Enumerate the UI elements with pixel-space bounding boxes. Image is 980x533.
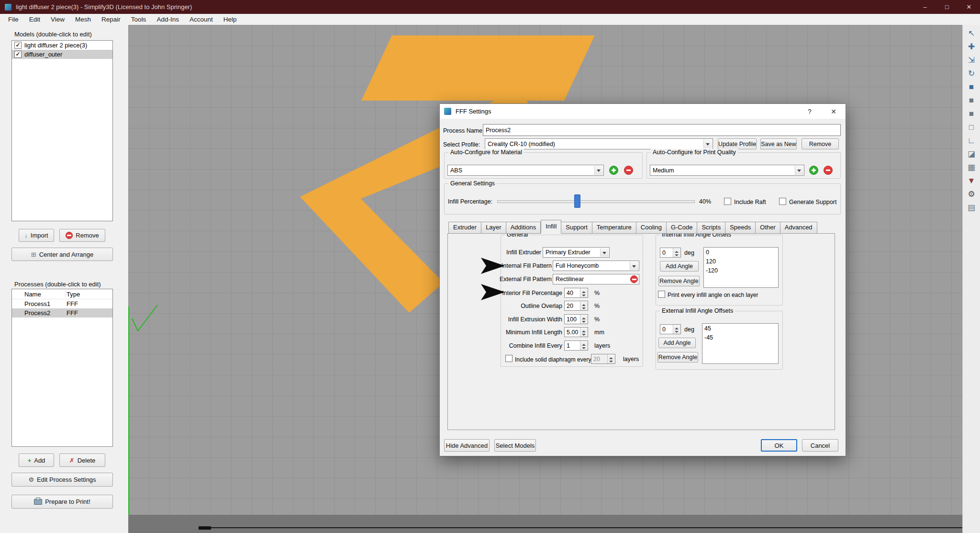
layer-preview-icon[interactable]: ▤ <box>968 203 975 212</box>
spinner-arrows-icon[interactable] <box>673 325 680 334</box>
mesh-view-icon[interactable]: ▦ <box>968 163 975 172</box>
remove-internal-angle-button[interactable]: Remove Angle <box>658 276 700 286</box>
spinner-arrows-icon[interactable] <box>580 328 588 337</box>
tab-support[interactable]: Support <box>561 222 592 234</box>
support-edit-icon[interactable]: ▼ <box>968 176 976 185</box>
diaphragm-spinner[interactable]: 20 <box>591 354 615 364</box>
tab-advanced[interactable]: Advanced <box>780 222 817 234</box>
add-external-angle-button[interactable]: Add Angle <box>658 338 696 348</box>
tab-additions[interactable]: Additions <box>506 222 541 234</box>
combine-infill-spinner[interactable]: 1 <box>564 340 588 351</box>
profile-dropdown[interactable]: Creality CR-10 (modified) <box>485 138 713 149</box>
process-row[interactable]: Process2 FFF <box>12 308 112 318</box>
angle-item[interactable]: -45 <box>702 333 778 342</box>
spinner-arrows-icon[interactable] <box>673 248 680 257</box>
cancel-button[interactable]: Cancel <box>802 439 838 452</box>
edit-process-settings-button[interactable]: ⚙ Edit Process Settings <box>11 473 113 487</box>
include-raft-checkbox[interactable] <box>724 198 731 205</box>
spinner-arrows-icon[interactable] <box>580 288 588 297</box>
view-iso-icon[interactable]: ■ <box>969 82 974 91</box>
tab-other[interactable]: Other <box>756 222 780 234</box>
view-top-icon[interactable]: ■ <box>969 96 974 105</box>
menu-tools[interactable]: Tools <box>126 16 152 23</box>
menu-mesh[interactable]: Mesh <box>70 16 96 23</box>
remove-material-icon[interactable] <box>624 166 633 175</box>
internal-angle-spinner[interactable]: 0 <box>660 248 681 258</box>
internal-fill-pattern-dropdown[interactable]: Full Honeycomb <box>553 261 639 271</box>
tab-cooling[interactable]: Cooling <box>636 222 667 234</box>
menu-edit[interactable]: Edit <box>24 16 45 23</box>
material-dropdown[interactable]: ABS <box>447 165 604 176</box>
center-and-arrange-button[interactable]: ⊞ Center and Arrange <box>11 248 113 261</box>
tab-gcode[interactable]: G-Code <box>667 222 698 234</box>
settings-gear-icon[interactable]: ⚙ <box>968 190 975 199</box>
infill-percentage-slider-handle[interactable] <box>574 194 580 208</box>
model-list-item[interactable]: ✓ diffuser_outer <box>12 50 112 59</box>
menu-file[interactable]: File <box>3 16 24 23</box>
tab-temperature[interactable]: Temperature <box>592 222 636 234</box>
close-button[interactable]: ✕ <box>958 0 980 14</box>
menu-view[interactable]: View <box>45 16 70 23</box>
import-button[interactable]: ↓ Import <box>19 229 54 242</box>
remove-model-button[interactable]: Remove <box>59 229 105 242</box>
rotate-icon[interactable]: ↻ <box>968 69 975 78</box>
save-as-new-button[interactable]: Save as New <box>760 138 797 149</box>
select-cursor-icon[interactable]: ↖ <box>968 29 975 38</box>
ok-button[interactable]: OK <box>761 439 797 452</box>
infill-extruder-dropdown[interactable]: Primary Extruder <box>543 247 610 258</box>
menu-help[interactable]: Help <box>218 16 242 23</box>
add-material-icon[interactable] <box>609 166 618 175</box>
add-internal-angle-button[interactable]: Add Angle <box>660 261 699 272</box>
tab-scripts[interactable]: Scripts <box>697 222 725 234</box>
outline-overlap-spinner[interactable]: 20 <box>564 301 588 311</box>
spinner-arrows-icon[interactable] <box>580 315 588 324</box>
external-fill-pattern-dropdown[interactable]: Rectilinear <box>553 274 639 284</box>
hide-advanced-button[interactable]: Hide Advanced <box>444 439 490 452</box>
process-row[interactable]: Process1 FFF <box>12 299 112 308</box>
menu-account[interactable]: Account <box>184 16 218 23</box>
minimize-button[interactable]: – <box>914 0 936 14</box>
spinner-arrows-icon[interactable] <box>580 301 588 310</box>
delete-process-button[interactable]: ✗ Delete <box>59 454 105 467</box>
infill-percentage-slider[interactable] <box>497 200 695 203</box>
select-models-button[interactable]: Select Models <box>494 439 536 452</box>
print-every-angle-checkbox[interactable] <box>658 291 665 298</box>
process-name-input[interactable] <box>483 124 841 136</box>
quality-dropdown[interactable]: Medium <box>650 165 804 176</box>
model-list-item[interactable]: ✓ light diffuser 2 piece(3) <box>12 41 112 50</box>
cross-section-icon[interactable]: ◪ <box>968 149 975 159</box>
external-angles-listbox[interactable]: 45 -45 <box>702 323 779 364</box>
add-quality-icon[interactable] <box>809 166 818 175</box>
remove-pattern-icon[interactable] <box>630 275 638 283</box>
minimum-infill-length-spinner[interactable]: 5.00 <box>564 327 588 337</box>
spinner-arrows-icon[interactable] <box>607 354 615 363</box>
model-checkbox[interactable]: ✓ <box>14 42 22 49</box>
angle-item[interactable]: -120 <box>704 266 778 275</box>
update-profile-button[interactable]: Update Profile <box>718 138 757 149</box>
spinner-arrows-icon[interactable] <box>580 341 588 350</box>
view-side-icon[interactable]: □ <box>969 123 974 132</box>
menu-addins[interactable]: Add-Ins <box>151 16 184 23</box>
scale-icon[interactable]: ⇲ <box>968 56 975 65</box>
infill-extrusion-width-spinner[interactable]: 100 <box>564 314 588 324</box>
remove-profile-button[interactable]: Remove <box>802 138 839 149</box>
generate-support-checkbox[interactable] <box>779 198 786 205</box>
external-angle-spinner[interactable]: 0 <box>660 324 681 334</box>
remove-quality-icon[interactable] <box>824 166 833 175</box>
tab-layer[interactable]: Layer <box>481 222 506 234</box>
model-checkbox[interactable]: ✓ <box>14 51 22 58</box>
tab-speeds[interactable]: Speeds <box>725 222 756 234</box>
angle-item[interactable]: 0 <box>704 248 778 257</box>
menu-repair[interactable]: Repair <box>96 16 126 23</box>
interior-fill-percentage-spinner[interactable]: 40 <box>564 288 588 298</box>
angle-item[interactable]: 120 <box>704 257 778 266</box>
add-process-button[interactable]: + Add <box>19 454 54 467</box>
axes-icon[interactable]: ∟ <box>968 136 976 145</box>
tab-extruder[interactable]: Extruder <box>448 222 481 234</box>
prepare-to-print-button[interactable]: Prepare to Print! <box>11 495 113 509</box>
maximize-button[interactable]: □ <box>936 0 958 14</box>
move-icon[interactable]: ✚ <box>968 42 975 51</box>
internal-angles-listbox[interactable]: 0 120 -120 <box>703 247 779 288</box>
diaphragm-checkbox[interactable] <box>505 355 512 362</box>
remove-external-angle-button[interactable]: Remove Angle <box>657 352 698 363</box>
